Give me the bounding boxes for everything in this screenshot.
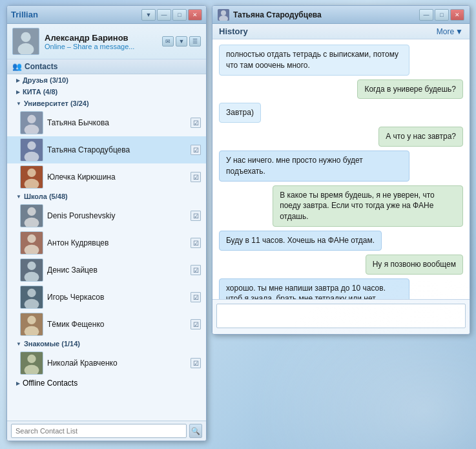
avatar-anton [20, 231, 43, 255]
contacts-icon: 👥 [12, 62, 22, 71]
chat-minimize-btn[interactable]: — [419, 9, 433, 21]
arrow-offline: ▶ [16, 381, 20, 386]
check-starodubtseva[interactable]: ☑ [191, 145, 201, 155]
search-input[interactable] [11, 424, 187, 438]
check-tyomik[interactable]: ☑ [191, 319, 201, 329]
arrow-shkola: ▼ [16, 194, 21, 200]
contacts-window: Trillian ▼ — □ ✕ Александр Баринов Onlin… [6, 5, 207, 441]
chat-window: Татьяна Стародубцева — □ ✕ History More … [212, 5, 470, 335]
arrow-druzia: ▶ [16, 78, 20, 83]
app-title: Trillian [11, 10, 141, 19]
contacts-list[interactable]: ▶ Друзья (3/10) ▶ КИТА (4/8) ▼ Университ… [7, 74, 206, 421]
check-nikolai[interactable]: ☑ [191, 358, 201, 368]
offline-contacts-label: Offline Contacts [23, 379, 78, 388]
name-nikolai: Николай Кравченко [47, 359, 187, 368]
avatar-nikolai [20, 351, 43, 375]
message-2: Завтра) [219, 103, 261, 123]
group-druzia-label: Друзья (3/10) [23, 76, 68, 84]
dropdown-btn[interactable]: ▼ [141, 9, 156, 21]
svg-point-4 [27, 115, 36, 123]
more-label: More [437, 27, 454, 36]
contact-anton[interactable]: Антон Кудрявцев ☑ [7, 229, 206, 256]
message-6: Буду в 11 часов. Хочешь на ФАНе отдам. [219, 231, 382, 251]
message-icon-btn[interactable]: ✉ [162, 36, 174, 47]
message-1: Когда в универе будешь? [357, 79, 463, 99]
my-avatar [12, 28, 39, 55]
chat-titlebar-controls: — □ ✕ [419, 9, 464, 21]
check-bychkova[interactable]: ☑ [191, 118, 201, 128]
group-znakomie[interactable]: ▼ Знакомые (1/14) [7, 338, 206, 350]
avatar-igor [20, 286, 43, 309]
check-anton[interactable]: ☑ [191, 238, 201, 248]
avatar-bychkova [20, 111, 43, 134]
svg-point-13 [27, 207, 36, 216]
history-bar: History More ▼ [212, 24, 470, 39]
my-name: Александр Баринов [45, 33, 157, 43]
arrow-znakomie: ▼ [16, 341, 21, 347]
chat-messages-area[interactable]: полностью отдать тетрадь с выписками, по… [212, 39, 470, 299]
svg-point-19 [27, 262, 36, 270]
left-titlebar-controls: ▼ — □ ✕ [141, 9, 202, 21]
menu-icon-btn[interactable]: ☰ [189, 36, 201, 47]
svg-point-28 [27, 355, 36, 363]
close-btn[interactable]: ✕ [188, 9, 202, 21]
more-chevron-icon: ▼ [455, 27, 463, 36]
search-button[interactable]: 🔍 [189, 424, 202, 438]
group-druzia[interactable]: ▶ Друзья (3/10) [7, 74, 206, 86]
chat-close-btn[interactable]: ✕ [450, 9, 464, 21]
check-denis-p[interactable]: ☑ [191, 211, 201, 221]
name-starodubtseva: Татьяна Стародубцева [47, 145, 187, 154]
svg-point-7 [27, 141, 36, 150]
contacts-header: 👥 Contacts [7, 59, 206, 74]
arrow-kita: ▶ [16, 89, 20, 95]
profile-area: Александр Баринов Online – Share a messa… [7, 24, 206, 59]
chat-contact-avatar [218, 9, 229, 21]
group-univer-label: Университет (3/24) [24, 99, 89, 107]
name-denis-z: Денис Зайцев [47, 266, 187, 275]
contact-denis-z[interactable]: Денис Зайцев ☑ [7, 256, 206, 284]
message-4: У нас ничего. мне просто нужно будет под… [219, 151, 409, 182]
group-shkola[interactable]: ▼ Школа (5/48) [7, 191, 206, 202]
arrow-univer: ▼ [16, 101, 21, 107]
minimize-btn[interactable]: — [157, 9, 171, 21]
contact-igor[interactable]: Игорь Черкасов ☑ [7, 284, 206, 311]
profile-action-icons: ✉ ▼ ☰ [162, 36, 201, 47]
contact-nikolai[interactable]: Николай Кравченко ☑ [7, 350, 206, 377]
contact-denis-p[interactable]: Denis Porushevskiy ☑ [7, 202, 206, 229]
chat-input[interactable] [216, 304, 466, 328]
name-bychkova: Татьяна Бычкова [47, 118, 187, 127]
avatar-denis-p [20, 204, 43, 227]
avatar-denis-z [20, 258, 43, 282]
avatar-starodubtseva [20, 138, 43, 162]
check-denis-z[interactable]: ☑ [191, 265, 201, 275]
name-tyomik: Тёмик Фещенко [47, 320, 187, 329]
avatar-kiryushina [20, 165, 43, 189]
check-igor[interactable]: ☑ [191, 292, 201, 302]
svg-point-22 [27, 289, 36, 297]
svg-point-25 [27, 316, 36, 324]
more-button[interactable]: More ▼ [437, 27, 463, 36]
contact-bychkova[interactable]: Татьяна Бычкова ☑ [7, 109, 206, 136]
svg-point-1 [21, 32, 30, 42]
group-shkola-label: Школа (5/48) [24, 193, 68, 200]
offline-contacts-group[interactable]: ▶ Offline Contacts [7, 377, 206, 390]
chat-titlebar: Татьяна Стародубцева — □ ✕ [212, 6, 470, 24]
contact-kiryushina[interactable]: Юлечка Кирюшина ☑ [7, 163, 206, 191]
contact-starodubtseva[interactable]: Татьяна Стародубцева ☑ [7, 136, 206, 163]
message-3: А что у нас завтра? [378, 127, 463, 147]
status-dropdown-btn[interactable]: ▼ [176, 36, 187, 47]
name-anton: Антон Кудрявцев [47, 238, 187, 247]
left-titlebar: Trillian ▼ — □ ✕ [7, 6, 206, 24]
chat-contact-name: Татьяна Стародубцева [233, 10, 415, 19]
svg-point-31 [221, 10, 226, 16]
group-univer[interactable]: ▼ Университет (3/24) [7, 98, 206, 109]
restore-btn[interactable]: □ [172, 9, 187, 21]
contact-tyomik[interactable]: Тёмик Фещенко ☑ [7, 311, 206, 338]
profile-info: Александр Баринов Online – Share a messa… [45, 33, 157, 50]
chat-restore-btn[interactable]: □ [435, 9, 449, 21]
name-denis-p: Denis Porushevskiy [47, 211, 187, 220]
name-igor: Игорь Черкасов [47, 293, 187, 302]
group-kita[interactable]: ▶ КИТА (4/8) [7, 86, 206, 98]
message-5: В какое ты время будешь, я не уверен, чт… [273, 185, 463, 227]
check-kiryushina[interactable]: ☑ [191, 172, 201, 182]
